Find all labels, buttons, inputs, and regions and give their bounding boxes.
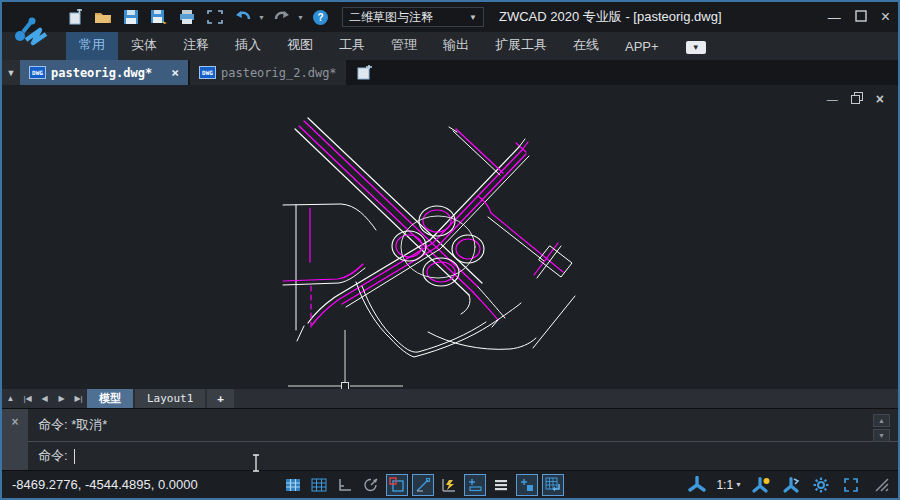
- command-history-line: 命令: *取消*: [28, 409, 898, 442]
- command-scrollbar: ▲ ▼: [873, 414, 890, 442]
- open-folder-icon[interactable]: [92, 7, 114, 27]
- doc-tab-label: pasteorig.dwg*: [51, 66, 152, 80]
- settings-gear-icon[interactable]: [810, 474, 832, 496]
- first-layout-icon[interactable]: |◀: [19, 389, 36, 408]
- dynamic-input-toggle-icon[interactable]: [438, 474, 460, 496]
- mdi-window-controls: — ×: [827, 90, 884, 108]
- annotation-visibility-icon[interactable]: [686, 474, 708, 496]
- scroll-up-icon[interactable]: ▲: [873, 414, 890, 427]
- undo-dropdown-icon[interactable]: ▼: [258, 14, 265, 21]
- polar-toggle-icon[interactable]: [360, 474, 382, 496]
- mdi-close-icon[interactable]: ×: [876, 91, 884, 107]
- annotation-monitor-toggle-icon[interactable]: [542, 474, 564, 496]
- command-dock-close-button[interactable]: ×: [2, 409, 28, 470]
- annotation-scale-control[interactable]: 1:1 ▼: [716, 478, 742, 492]
- fullscreen-icon[interactable]: [840, 474, 862, 496]
- title-bar: ▼ ▼ ? 二维草图与注释 ▼ ZWCAD 2020 专业版 - [pasteo…: [2, 2, 898, 32]
- ribbon-tab-solid[interactable]: 实体: [118, 32, 170, 60]
- chevron-down-icon: ▼: [735, 481, 742, 488]
- zwcad-window: ▼ ▼ ? 二维草图与注释 ▼ ZWCAD 2020 专业版 - [pasteo…: [0, 0, 900, 500]
- doc-tab-pasteorig[interactable]: DWG pasteorig.dwg* ×: [20, 60, 188, 85]
- auto-annotation-icon[interactable]: [750, 474, 772, 496]
- tab-model[interactable]: 模型: [87, 389, 133, 408]
- ribbon-tab-express[interactable]: 扩展工具: [482, 32, 560, 60]
- tab-layout1[interactable]: Layout1: [135, 389, 205, 408]
- prev-layout-icon[interactable]: ◀: [36, 389, 53, 408]
- close-icon: ×: [11, 415, 18, 470]
- command-prompt-label: 命令:: [38, 447, 68, 465]
- ibeam-mouse-cursor: [251, 454, 261, 472]
- coordinates-readout: -8469.2776, -4544.4895, 0.0000: [12, 477, 198, 492]
- document-tab-bar: ▼ DWG pasteorig.dwg* × DWG pasteorig_2.d…: [2, 60, 898, 85]
- status-bar: -8469.2776, -4544.4895, 0.0000: [2, 470, 898, 498]
- ortho-toggle-icon[interactable]: [334, 474, 356, 496]
- ribbon-tab-app[interactable]: APP+: [612, 35, 672, 60]
- workspace-dropdown[interactable]: 二维草图与注释 ▼: [342, 7, 484, 27]
- osnap-toggle-icon[interactable]: [386, 474, 408, 496]
- new-file-icon[interactable]: [64, 7, 86, 27]
- new-document-tab-icon[interactable]: [354, 64, 376, 82]
- otrack-toggle-icon[interactable]: [412, 474, 434, 496]
- ribbon-tab-view[interactable]: 视图: [274, 32, 326, 60]
- add-layout-button[interactable]: +: [207, 389, 234, 408]
- last-layout-icon[interactable]: ▶|: [70, 389, 87, 408]
- zwcad-logo-glyph: [9, 9, 53, 53]
- redo-icon[interactable]: [271, 7, 293, 27]
- save-icon[interactable]: [120, 7, 142, 27]
- command-line-dock: × 命令: *取消* 命令: ▲ ▼: [2, 408, 898, 470]
- workspace-dropdown-value: 二维草图与注释: [349, 9, 433, 26]
- dwg-file-icon: DWG: [199, 66, 216, 79]
- scroll-down-icon[interactable]: ▼: [873, 429, 890, 442]
- close-button[interactable]: ×: [881, 8, 890, 26]
- window-controls: — ×: [828, 2, 890, 32]
- annotation-refresh-icon[interactable]: [780, 474, 802, 496]
- preview-icon[interactable]: [204, 7, 226, 27]
- selection-cycling-toggle-icon[interactable]: [516, 474, 538, 496]
- lineweight-toggle-icon[interactable]: [464, 474, 486, 496]
- crosshair-cursor: [288, 330, 403, 389]
- document-list-icon[interactable]: ▼: [2, 60, 20, 85]
- interchange-drawing: [2, 85, 898, 389]
- annotation-scale-value: 1:1: [716, 478, 733, 492]
- close-tab-icon[interactable]: ×: [171, 65, 179, 80]
- snap-toggle-icon[interactable]: [282, 474, 304, 496]
- maximize-button[interactable]: [855, 10, 867, 25]
- ribbon-tab-manage[interactable]: 管理: [378, 32, 430, 60]
- ribbon-tab-annotate[interactable]: 注释: [170, 32, 222, 60]
- resize-grip[interactable]: [870, 474, 892, 496]
- zwcad-logo-icon[interactable]: [2, 2, 60, 60]
- ribbon-tab-insert[interactable]: 插入: [222, 32, 274, 60]
- chevron-down-icon: ▼: [469, 13, 477, 22]
- grid-toggle-icon[interactable]: [308, 474, 330, 496]
- undo-icon[interactable]: [232, 7, 254, 27]
- save-as-icon[interactable]: [148, 7, 170, 27]
- redo-dropdown-icon[interactable]: ▼: [297, 14, 304, 21]
- command-lines: 命令: *取消* 命令:: [28, 409, 898, 470]
- ribbon-tab-output[interactable]: 输出: [430, 32, 482, 60]
- window-title: ZWCAD 2020 专业版 - [pasteorig.dwg]: [499, 2, 722, 32]
- dwg-file-icon: DWG: [29, 66, 46, 79]
- drawing-canvas[interactable]: — ×: [2, 85, 898, 389]
- minimize-button[interactable]: —: [828, 10, 841, 25]
- ribbon-minimize-button[interactable]: ▼: [686, 41, 706, 54]
- print-icon[interactable]: [176, 7, 198, 27]
- command-prompt[interactable]: 命令:: [28, 442, 898, 470]
- status-right-tools: 1:1 ▼: [686, 474, 892, 496]
- ribbon-tab-online[interactable]: 在线: [560, 32, 612, 60]
- next-layout-icon[interactable]: ▶: [53, 389, 70, 408]
- expand-up-icon[interactable]: ▲: [2, 389, 19, 408]
- doc-tab-pasteorig-2[interactable]: DWG pasteorig_2.dwg*: [190, 60, 346, 85]
- ribbon-tab-home[interactable]: 常用: [66, 32, 118, 60]
- mdi-minimize-icon[interactable]: —: [827, 93, 838, 105]
- lineweight-display-toggle-icon[interactable]: [490, 474, 512, 496]
- status-toggles: [282, 474, 564, 496]
- mdi-restore-icon[interactable]: [851, 90, 863, 108]
- text-caret: [74, 449, 75, 464]
- layout-tab-bar: ▲ |◀ ◀ ▶ ▶| 模型 Layout1 +: [2, 389, 898, 408]
- svg-text:?: ?: [318, 12, 324, 23]
- ribbon-tab-bar: 常用 实体 注释 插入 视图 工具 管理 输出 扩展工具 在线 APP+ ▼: [2, 32, 898, 60]
- help-icon[interactable]: ?: [310, 7, 332, 27]
- ribbon-tab-tools[interactable]: 工具: [326, 32, 378, 60]
- quick-access-toolbar: ▼ ▼ ?: [64, 7, 332, 27]
- doc-tab-label: pasteorig_2.dwg*: [221, 66, 337, 80]
